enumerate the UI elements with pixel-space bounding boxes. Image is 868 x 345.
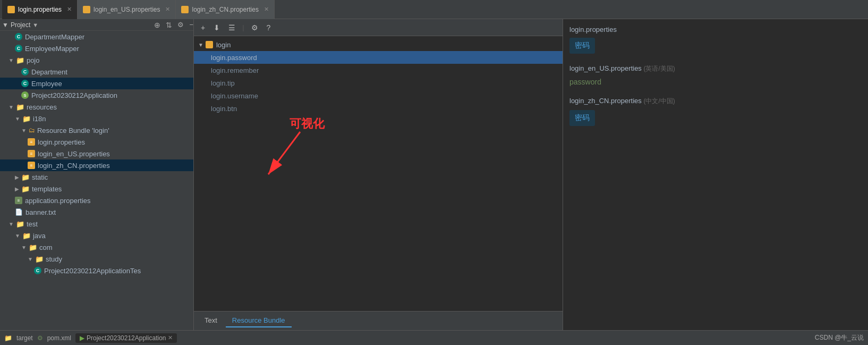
entry-login-tip[interactable]: login.tip [194, 77, 563, 89]
c-class-icon: C [15, 45, 22, 52]
tree-item-pojo[interactable]: ▼ 📁 pojo [0, 54, 193, 66]
bundle-icon: 🗂 [29, 127, 35, 134]
entry-login-username[interactable]: login.username [194, 89, 563, 102]
tree-item-application[interactable]: S Project20230212Application [0, 89, 193, 101]
rp-section-3: login_zh_CN.properties (中文/中国) 密码 [569, 97, 862, 126]
sort-button[interactable]: ⬇ [211, 22, 223, 33]
tab-resource-bundle[interactable]: Resource Bundle [226, 314, 292, 327]
folder-icon: 📁 [21, 185, 30, 193]
tree-arrow: ▼ [15, 233, 20, 239]
tree-item-employee[interactable]: C Employee [0, 78, 193, 89]
c-class-icon: C [34, 267, 41, 274]
project-header[interactable]: ▼ Project ▼ ⊕ ⇅ ⚙ − [0, 19, 193, 31]
add-button[interactable]: + [198, 22, 208, 33]
tab-text[interactable]: Text [198, 314, 224, 327]
tree-item-label: static [32, 173, 48, 181]
app-run-label: ▶ Project20230212Application ✕ [75, 333, 177, 343]
tree-item-app-props[interactable]: ≡ application.properties [0, 195, 193, 206]
rp-section-1: login.properties 密码 [569, 26, 862, 54]
tree-item-label: banner.txt [25, 208, 56, 216]
tree-item-label: Employee [31, 80, 62, 88]
tree-item-label: login.properties [38, 138, 85, 146]
tree-item-resources[interactable]: ▼ 📁 resources [0, 101, 193, 113]
spring-run-icon: ▶ [80, 334, 84, 342]
tab-close-1[interactable]: ✕ [67, 6, 72, 13]
entry-login-remember[interactable]: login.remember [194, 64, 563, 77]
tree-item-test[interactable]: ▼ 📁 test [0, 218, 193, 230]
tab-close-3[interactable]: ✕ [264, 6, 269, 13]
rp-title-1: login.properties [569, 26, 862, 33]
tab-login-properties[interactable]: login.properties ✕ [2, 0, 78, 19]
rp-subtitle-3: (中文/中国) [643, 97, 675, 105]
tree-arrow: ▼ [8, 57, 14, 63]
tree-item-login-zh-props[interactable]: ≡ login_zh_CN.properties [0, 159, 193, 171]
folder-icon: 📁 [16, 103, 24, 111]
tree-item-login-en-props[interactable]: ≡ login_en_US.properties [0, 148, 193, 159]
close-run-icon: ✕ [168, 334, 173, 341]
tree-item-label: resources [27, 103, 57, 111]
green-props-icon: ≡ [15, 197, 22, 204]
rp-title-3: login_zh_CN.properties (中文/中国) [569, 97, 862, 106]
root-icon [206, 41, 213, 48]
folder-icon: 📁 [22, 115, 31, 123]
tab-close-2[interactable]: ✕ [165, 6, 170, 13]
sync-icon[interactable]: ⇅ [166, 21, 172, 29]
tab-login-zh-cn[interactable]: login_zh_CN.properties ✕ [176, 0, 274, 19]
tree-arrow: ▼ [21, 128, 27, 133]
tree-arrow: ▶ [15, 174, 19, 180]
tree-arrow: ▼ [8, 104, 14, 110]
tree-item-label: Project20230212Application [31, 91, 117, 99]
tree-item-label: templates [32, 185, 62, 193]
separator: | [242, 23, 244, 31]
spring-icon: S [21, 91, 29, 99]
list-button[interactable]: ☰ [226, 22, 238, 33]
tree-item-label: EmployeeMapper [25, 45, 79, 53]
tree-item-departmentmapper[interactable]: C DepartmentMapper [0, 31, 193, 43]
entry-login-btn[interactable]: login.btn [194, 102, 563, 115]
help-button[interactable]: ? [264, 22, 274, 33]
gear-icon[interactable]: ⚙ [177, 21, 184, 29]
folder-icon: 📁 [22, 232, 31, 240]
folder-icon: 📁 [16, 56, 24, 64]
rp-value-2: password [569, 78, 862, 86]
plus-icon[interactable]: ⊕ [154, 21, 160, 29]
tree-item-i18n[interactable]: ▼ 📁 i18n [0, 113, 193, 124]
tree-item-label: Resource Bundle 'login' [37, 127, 109, 134]
tab-label-3: login_zh_CN.properties [192, 6, 258, 13]
tree-item-java[interactable]: ▼ 📁 java [0, 230, 193, 241]
minus-icon[interactable]: − [189, 21, 193, 29]
tree-item-bundle-login[interactable]: ▼ 🗂 Resource Bundle 'login' [0, 124, 193, 136]
target-folder-icon: 📁 [4, 334, 12, 342]
rp-value-1: 密码 [569, 38, 595, 54]
tree-item-label: Department [31, 68, 67, 76]
tree-item-label: test [27, 220, 38, 228]
tree-item-com[interactable]: ▼ 📁 com [0, 241, 193, 253]
tab-login-en-us[interactable]: login_en_US.properties ✕ [78, 0, 176, 19]
c-class-icon: C [21, 68, 29, 75]
tree-item-banner[interactable]: 📄 banner.txt [0, 206, 193, 218]
tree-item-study[interactable]: ▼ 📁 study [0, 253, 193, 265]
tree-item-employeemapper[interactable]: C EmployeeMapper [0, 43, 193, 54]
tree-item-templates[interactable]: ▶ 📁 templates [0, 183, 193, 195]
props-file-icon: ≡ [28, 138, 35, 146]
tree-item-static[interactable]: ▶ 📁 static [0, 171, 193, 183]
props-icon-1 [7, 6, 15, 13]
pom-icon: ⚙ [37, 334, 43, 342]
root-login-entry[interactable]: ▼ login [194, 38, 563, 51]
tree-item-label: login_en_US.properties [38, 150, 110, 158]
rp-subtitle-2: (英语/美国) [644, 65, 675, 72]
tree-item-department[interactable]: C Department [0, 66, 193, 78]
tree-item-login-props[interactable]: ≡ login.properties [0, 136, 193, 148]
sidebar: ▼ Project ▼ ⊕ ⇅ ⚙ − C DepartmentMapper C… [0, 19, 194, 330]
entry-label: login.tip [211, 79, 235, 87]
entry-login-password[interactable]: login.password [194, 51, 563, 64]
folder-icon: 📁 [35, 255, 44, 263]
tree-item-label: pojo [27, 56, 40, 64]
center-content-area: ▼ login login.password login.remember lo… [194, 36, 563, 330]
root-label: login [216, 41, 231, 49]
props-file-icon: ≡ [28, 150, 35, 157]
entry-label: login.password [211, 54, 257, 62]
settings-button[interactable]: ⚙ [249, 22, 261, 33]
tree-item-apptest[interactable]: C Project20230212ApplicationTes [0, 265, 193, 276]
bottom-tab-bar: Text Resource Bundle [194, 311, 563, 330]
